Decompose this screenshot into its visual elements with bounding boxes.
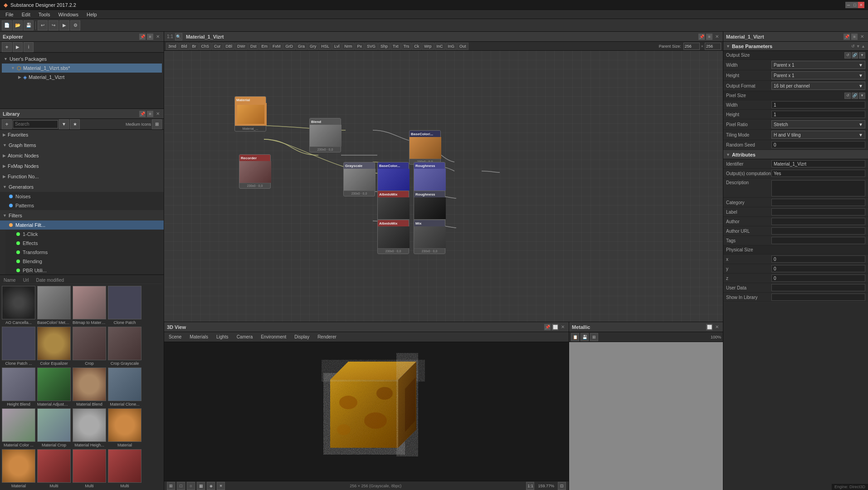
phys-z-val[interactable]: 0 bbox=[771, 274, 865, 282]
lib-sub-noises[interactable]: Noises bbox=[0, 192, 164, 201]
node-type-wrp[interactable]: Wrp bbox=[422, 43, 434, 50]
grid-item-11[interactable]: Material Clone... bbox=[108, 368, 141, 407]
view-btn[interactable]: ⊞ bbox=[152, 119, 162, 129]
explorer-package[interactable]: ▼ ⬡ Material_1_Vizrt.sbs* bbox=[2, 64, 162, 73]
explorer-add-btn[interactable]: + bbox=[2, 42, 12, 52]
node-type-dwr[interactable]: DWr bbox=[235, 43, 248, 50]
grid-item-1[interactable]: BaseColor/ Metallic/... bbox=[37, 286, 71, 325]
label-val[interactable] bbox=[771, 208, 865, 216]
metallic-canvas[interactable] bbox=[569, 342, 723, 490]
pixel-size-reset-btn[interactable]: ↺ bbox=[844, 93, 851, 99]
viewport-close-btn[interactable]: ✕ bbox=[560, 324, 566, 330]
library-add-btn[interactable]: + bbox=[2, 119, 12, 129]
parent-size-w[interactable] bbox=[683, 43, 700, 50]
menu-tools[interactable]: Tools bbox=[35, 10, 54, 19]
grid-item-15[interactable]: Material bbox=[108, 408, 141, 447]
lib-sec-graphitems-header[interactable]: ▼ Graph Items bbox=[0, 140, 164, 150]
graph-menu-btn[interactable]: ≡ bbox=[706, 34, 712, 40]
save-button[interactable]: 💾 bbox=[24, 20, 34, 30]
viewport-panel[interactable] bbox=[164, 342, 569, 481]
explorer-close-btn[interactable]: ✕ bbox=[155, 34, 161, 40]
node-blend-1[interactable]: Blend 230x0 · 0,0 bbox=[309, 118, 341, 152]
base-params-header[interactable]: ▼ Base Parameters ↺ ▼ ▲ bbox=[723, 42, 868, 51]
vp-light-btn[interactable]: ☀ bbox=[217, 482, 225, 490]
node-type-lvl[interactable]: Lvl bbox=[332, 43, 342, 50]
node-type-chs[interactable]: ChS bbox=[199, 43, 212, 50]
metallic-copy-btn[interactable]: 📋 bbox=[571, 333, 579, 341]
node-type-gra[interactable]: Gra bbox=[296, 43, 307, 50]
grid-item-12[interactable]: Material Color ... bbox=[2, 408, 35, 447]
lib-sec-generators-header[interactable]: ▼ Generators bbox=[0, 182, 164, 192]
phys-x-val[interactable]: 0 bbox=[771, 255, 865, 263]
phys-y-val[interactable]: 0 bbox=[771, 265, 865, 272]
vp-env-btn[interactable]: ◈ bbox=[207, 482, 215, 490]
lib-sub-blending[interactable]: Blending bbox=[5, 257, 164, 266]
metallic-zoom-btn[interactable]: ⊞ bbox=[590, 333, 598, 341]
grid-item-7[interactable]: Crop Grayscale bbox=[108, 327, 141, 366]
node-type-dst[interactable]: Dst bbox=[248, 43, 259, 50]
metallic-expand-btn[interactable]: ⬜ bbox=[706, 324, 712, 330]
search-input[interactable] bbox=[13, 120, 58, 128]
node-type-bld[interactable]: Bld bbox=[179, 43, 190, 50]
viewport-pin-btn[interactable]: 📌 bbox=[544, 324, 551, 330]
lib-sub-effects[interactable]: Effects bbox=[5, 239, 164, 248]
grid-item-19[interactable]: Multi bbox=[108, 449, 141, 488]
menu-help[interactable]: Help bbox=[83, 10, 101, 19]
tags-val[interactable] bbox=[771, 237, 865, 244]
lib-sub-pbr[interactable]: PBR Utili... bbox=[5, 266, 164, 275]
explorer-menu-btn[interactable]: ≡ bbox=[147, 34, 153, 40]
menu-windows[interactable]: Windows bbox=[54, 10, 82, 19]
tab-materials[interactable]: Materials bbox=[187, 333, 211, 342]
node-type-ing[interactable]: InG bbox=[446, 43, 457, 50]
category-val[interactable] bbox=[771, 199, 865, 206]
filter-btn[interactable]: ▼ bbox=[59, 119, 69, 129]
tab-camera[interactable]: Camera bbox=[234, 333, 256, 342]
grid-item-5[interactable]: Color Equalizer bbox=[37, 327, 71, 366]
new-button[interactable]: 📄 bbox=[2, 20, 12, 30]
pixel-size-link-btn[interactable]: 🔗 bbox=[852, 93, 858, 99]
lib-sec-filters-header[interactable]: ▼ Filters bbox=[0, 211, 164, 220]
graph-close-btn[interactable]: ✕ bbox=[714, 34, 720, 40]
properties-pin-btn[interactable]: 📌 bbox=[844, 34, 850, 40]
library-menu-btn[interactable]: ≡ bbox=[147, 111, 153, 117]
vp-ratio-btn[interactable]: 1:1 bbox=[526, 482, 534, 490]
output-size-reset-btn[interactable]: ↺ bbox=[844, 52, 851, 59]
node-type-shp[interactable]: Shp bbox=[378, 43, 390, 50]
px-height-val[interactable]: 1 bbox=[771, 111, 865, 118]
show-in-library-val[interactable] bbox=[771, 294, 865, 301]
menu-file[interactable]: File bbox=[2, 10, 17, 19]
lib-sec-favorites-header[interactable]: ▶ Favorites bbox=[0, 130, 164, 140]
graph-canvas[interactable]: Material Material_... Blend 230x0 · 0,0 bbox=[164, 51, 723, 322]
graph-zoom-btn[interactable]: 🔍 bbox=[175, 33, 182, 40]
node-type-em[interactable]: Em bbox=[259, 43, 270, 50]
node-type-svg[interactable]: SVG bbox=[365, 43, 378, 50]
node-dark-3[interactable]: AlbedoMix 230x0 · 0,0 bbox=[377, 220, 409, 254]
menu-edit[interactable]: Edit bbox=[18, 10, 34, 19]
px-width-val[interactable]: 1 bbox=[771, 101, 865, 108]
output-size-arr-btn[interactable]: ▼ bbox=[859, 52, 865, 59]
node-orange-1[interactable]: Material Material_... bbox=[234, 96, 266, 132]
grid-item-9[interactable]: Material Adjustm... bbox=[37, 368, 71, 407]
lib-sec-atomicnodes-header[interactable]: ▶ Atomic Nodes bbox=[0, 151, 164, 161]
output-format-dropdown[interactable]: 16 bit per channel ▼ bbox=[771, 82, 865, 90]
node-type-ck[interactable]: Ck bbox=[412, 43, 421, 50]
node-type-fxm[interactable]: FxM bbox=[270, 43, 283, 50]
grid-item-3[interactable]: Clone Patch bbox=[108, 286, 141, 325]
grid-item-2[interactable]: Bitmap to Materia... bbox=[73, 286, 106, 325]
lib-sec-function-header[interactable]: ▶ Function No... bbox=[0, 172, 164, 181]
metallic-close-btn[interactable]: ✕ bbox=[714, 324, 720, 330]
properties-menu-btn[interactable]: ≡ bbox=[851, 34, 858, 40]
vp-cube-btn[interactable]: □ bbox=[177, 482, 185, 490]
undo-button[interactable]: ↩ bbox=[38, 20, 48, 30]
node-type-txt[interactable]: Txt bbox=[390, 43, 401, 50]
pixel-size-arr-btn[interactable]: ▼ bbox=[859, 93, 865, 99]
viewport-expand-btn[interactable]: ⬜ bbox=[552, 324, 558, 330]
user-data-val[interactable] bbox=[771, 284, 865, 291]
play-button[interactable]: ▶ bbox=[59, 20, 69, 30]
node-type-inc[interactable]: InC bbox=[434, 43, 445, 50]
lib-sec-fxmap-header[interactable]: ▶ FxMap Nodes bbox=[0, 161, 164, 171]
tab-environment[interactable]: Environment bbox=[258, 333, 289, 342]
node-type-cur[interactable]: Cur bbox=[212, 43, 223, 50]
author-val[interactable] bbox=[771, 218, 865, 225]
graph-pin-btn[interactable]: 📌 bbox=[698, 34, 705, 40]
